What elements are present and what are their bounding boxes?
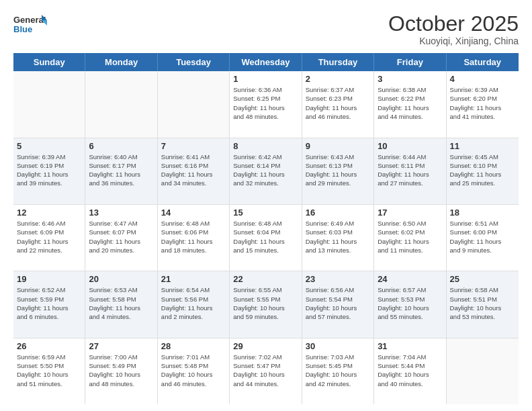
day-info: Sunrise: 6:53 AMSunset: 5:58 PMDaylight:… [89, 285, 153, 321]
day-number: 17 [378, 208, 442, 218]
calendar-row-3: 12Sunrise: 6:46 AMSunset: 6:09 PMDayligh… [13, 205, 519, 271]
day-cell-22: 22Sunrise: 6:55 AMSunset: 5:55 PMDayligh… [230, 271, 302, 337]
day-cell-31: 31Sunrise: 7:04 AMSunset: 5:44 PMDayligh… [374, 338, 446, 404]
day-info: Sunrise: 6:44 AMSunset: 6:11 PMDaylight:… [378, 152, 442, 188]
day-cell-24: 24Sunrise: 6:57 AMSunset: 5:53 PMDayligh… [374, 271, 446, 337]
day-number: 29 [233, 341, 298, 351]
day-info: Sunrise: 6:41 AMSunset: 6:16 PMDaylight:… [161, 152, 226, 188]
day-number: 31 [378, 341, 442, 351]
day-number: 11 [450, 141, 515, 151]
day-cell-26: 26Sunrise: 6:59 AMSunset: 5:50 PMDayligh… [13, 338, 85, 404]
day-cell-13: 13Sunrise: 6:47 AMSunset: 6:07 PMDayligh… [85, 205, 157, 271]
day-cell-12: 12Sunrise: 6:46 AMSunset: 6:09 PMDayligh… [13, 205, 85, 271]
day-cell-28: 28Sunrise: 7:01 AMSunset: 5:48 PMDayligh… [158, 338, 230, 404]
calendar-row-2: 5Sunrise: 6:39 AMSunset: 6:19 PMDaylight… [13, 138, 519, 205]
day-number: 1 [233, 74, 298, 84]
day-cell-27: 27Sunrise: 7:00 AMSunset: 5:49 PMDayligh… [85, 338, 157, 404]
day-info: Sunrise: 6:51 AMSunset: 6:00 PMDaylight:… [450, 219, 515, 255]
calendar-row-5: 26Sunrise: 6:59 AMSunset: 5:50 PMDayligh… [13, 338, 519, 404]
header-day-wednesday: Wednesday [230, 53, 302, 71]
day-info: Sunrise: 6:59 AMSunset: 5:50 PMDaylight:… [17, 353, 81, 388]
day-info: Sunrise: 6:40 AMSunset: 6:17 PMDaylight:… [89, 152, 153, 188]
day-info: Sunrise: 6:58 AMSunset: 5:51 PMDaylight:… [450, 285, 515, 321]
day-cell-3: 3Sunrise: 6:38 AMSunset: 6:22 PMDaylight… [374, 71, 446, 137]
day-info: Sunrise: 6:36 AMSunset: 6:25 PMDaylight:… [233, 85, 298, 121]
day-info: Sunrise: 7:04 AMSunset: 5:44 PMDaylight:… [378, 353, 442, 388]
day-cell-10: 10Sunrise: 6:44 AMSunset: 6:11 PMDayligh… [374, 138, 446, 204]
logo: General Blue [13, 12, 47, 39]
day-number: 2 [306, 74, 370, 84]
day-info: Sunrise: 6:42 AMSunset: 6:14 PMDaylight:… [233, 152, 298, 188]
subtitle: Kuoyiqi, Xinjiang, China [388, 36, 519, 46]
header-day-sunday: Sunday [13, 53, 85, 71]
svg-text:General: General [13, 15, 46, 25]
day-number: 6 [89, 141, 153, 151]
day-cell-19: 19Sunrise: 6:52 AMSunset: 5:59 PMDayligh… [13, 271, 85, 337]
day-number: 22 [233, 274, 298, 284]
day-number: 14 [161, 208, 226, 218]
day-number: 21 [161, 274, 226, 284]
day-cell-9: 9Sunrise: 6:43 AMSunset: 6:13 PMDaylight… [302, 138, 374, 204]
day-cell-20: 20Sunrise: 6:53 AMSunset: 5:58 PMDayligh… [85, 271, 157, 337]
day-cell-25: 25Sunrise: 6:58 AMSunset: 5:51 PMDayligh… [447, 271, 519, 337]
day-cell-7: 7Sunrise: 6:41 AMSunset: 6:16 PMDaylight… [158, 138, 230, 204]
day-info: Sunrise: 6:39 AMSunset: 6:19 PMDaylight:… [17, 152, 81, 188]
day-cell-29: 29Sunrise: 7:02 AMSunset: 5:47 PMDayligh… [230, 338, 302, 404]
calendar: SundayMondayTuesdayWednesdayThursdayFrid… [13, 53, 519, 404]
day-info: Sunrise: 6:39 AMSunset: 6:20 PMDaylight:… [450, 85, 515, 121]
day-cell-30: 30Sunrise: 7:03 AMSunset: 5:45 PMDayligh… [302, 338, 374, 404]
day-info: Sunrise: 6:45 AMSunset: 6:10 PMDaylight:… [450, 152, 515, 188]
calendar-row-1: 1Sunrise: 6:36 AMSunset: 6:25 PMDaylight… [13, 71, 519, 138]
day-number: 24 [378, 274, 442, 284]
day-cell-4: 4Sunrise: 6:39 AMSunset: 6:20 PMDaylight… [447, 71, 519, 137]
day-number: 4 [450, 74, 515, 84]
svg-text:Blue: Blue [13, 24, 32, 34]
day-info: Sunrise: 6:37 AMSunset: 6:23 PMDaylight:… [306, 85, 370, 121]
page: General Blue October 2025 Kuoyiqi, Xinji… [0, 0, 532, 411]
day-cell-8: 8Sunrise: 6:42 AMSunset: 6:14 PMDaylight… [230, 138, 302, 204]
day-number: 16 [306, 208, 370, 218]
header-day-monday: Monday [85, 53, 157, 71]
day-info: Sunrise: 7:00 AMSunset: 5:49 PMDaylight:… [89, 353, 153, 388]
header-day-thursday: Thursday [302, 53, 374, 71]
day-info: Sunrise: 6:47 AMSunset: 6:07 PMDaylight:… [89, 219, 153, 255]
day-number: 19 [17, 274, 81, 284]
day-number: 20 [89, 274, 153, 284]
day-info: Sunrise: 7:01 AMSunset: 5:48 PMDaylight:… [161, 353, 226, 388]
header-day-friday: Friday [374, 53, 446, 71]
day-info: Sunrise: 6:54 AMSunset: 5:56 PMDaylight:… [161, 285, 226, 321]
day-number: 15 [233, 208, 298, 218]
day-info: Sunrise: 6:38 AMSunset: 6:22 PMDaylight:… [378, 85, 442, 121]
day-cell-18: 18Sunrise: 6:51 AMSunset: 6:00 PMDayligh… [447, 205, 519, 271]
calendar-row-4: 19Sunrise: 6:52 AMSunset: 5:59 PMDayligh… [13, 271, 519, 338]
empty-cell [85, 71, 157, 137]
empty-cell [158, 71, 230, 137]
day-info: Sunrise: 6:52 AMSunset: 5:59 PMDaylight:… [17, 285, 81, 321]
header-day-saturday: Saturday [447, 53, 519, 71]
day-info: Sunrise: 6:56 AMSunset: 5:54 PMDaylight:… [306, 285, 370, 321]
calendar-body: 1Sunrise: 6:36 AMSunset: 6:25 PMDaylight… [13, 71, 519, 404]
day-number: 3 [378, 74, 442, 84]
day-number: 27 [89, 341, 153, 351]
day-info: Sunrise: 7:02 AMSunset: 5:47 PMDaylight:… [233, 353, 298, 388]
day-cell-15: 15Sunrise: 6:48 AMSunset: 6:04 PMDayligh… [230, 205, 302, 271]
day-number: 30 [306, 341, 370, 351]
day-info: Sunrise: 6:48 AMSunset: 6:06 PMDaylight:… [161, 219, 226, 255]
header-day-tuesday: Tuesday [158, 53, 230, 71]
day-number: 5 [17, 141, 81, 151]
day-info: Sunrise: 6:55 AMSunset: 5:55 PMDaylight:… [233, 285, 298, 321]
empty-cell [13, 71, 85, 137]
day-cell-1: 1Sunrise: 6:36 AMSunset: 6:25 PMDaylight… [230, 71, 302, 137]
empty-cell [447, 338, 519, 404]
day-number: 8 [233, 141, 298, 151]
day-info: Sunrise: 6:46 AMSunset: 6:09 PMDaylight:… [17, 219, 81, 255]
main-title: October 2025 [388, 12, 519, 36]
day-number: 13 [89, 208, 153, 218]
day-info: Sunrise: 6:43 AMSunset: 6:13 PMDaylight:… [306, 152, 370, 188]
header: General Blue October 2025 Kuoyiqi, Xinji… [13, 12, 519, 46]
day-number: 12 [17, 208, 81, 218]
day-cell-14: 14Sunrise: 6:48 AMSunset: 6:06 PMDayligh… [158, 205, 230, 271]
day-cell-2: 2Sunrise: 6:37 AMSunset: 6:23 PMDaylight… [302, 71, 374, 137]
day-info: Sunrise: 6:48 AMSunset: 6:04 PMDaylight:… [233, 219, 298, 255]
day-cell-5: 5Sunrise: 6:39 AMSunset: 6:19 PMDaylight… [13, 138, 85, 204]
